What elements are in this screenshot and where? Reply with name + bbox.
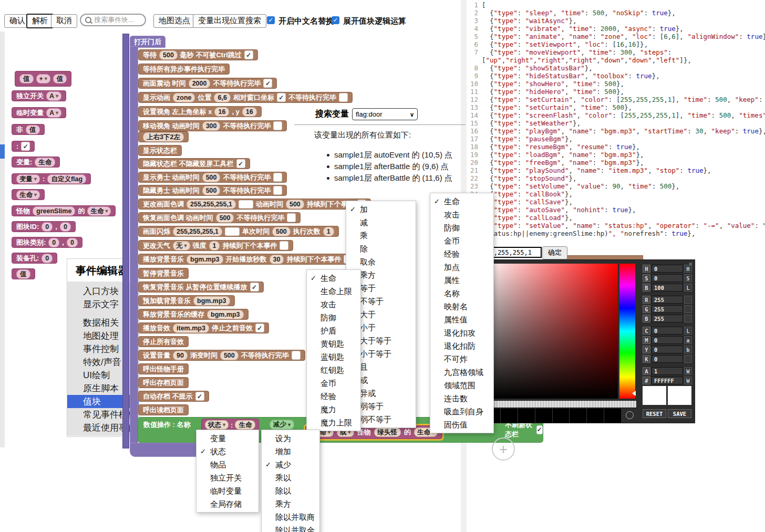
menu-item[interactable]: 吸血到自身	[430, 405, 493, 418]
block-dropdown[interactable]: 无	[173, 241, 190, 251]
swatch[interactable]	[587, 409, 604, 423]
event-block[interactable]: 释放背景音乐的缓存bgm.mp3	[138, 309, 249, 320]
block-field[interactable]: 生命	[35, 158, 55, 167]
block-field[interactable]: 值	[16, 269, 30, 279]
event-block[interactable]: 设置音量90渐变时间500不等待执行完毕	[138, 350, 305, 361]
block-field[interactable]: 值	[53, 74, 67, 84]
event-block[interactable]: 呼出读档页面	[138, 404, 189, 415]
block-field[interactable]: 90	[173, 351, 188, 360]
channel-input[interactable]: 0	[652, 265, 683, 273]
block-field[interactable]: 300	[202, 121, 221, 131]
menu-item[interactable]: 经验	[430, 247, 493, 260]
block-field[interactable]: 值	[26, 125, 40, 134]
parse-button[interactable]: 解析	[26, 14, 54, 28]
channel-toggle[interactable]: W	[684, 367, 692, 375]
menu-item[interactable]: 加点	[430, 260, 493, 274]
menu-item[interactable]: 红钥匙	[307, 363, 360, 377]
event-block[interactable]: 显示状态栏	[138, 145, 182, 156]
block-field[interactable]: 16	[242, 107, 257, 117]
block-checkbox[interactable]	[273, 173, 282, 182]
menu-item[interactable]: 连击数	[430, 392, 493, 405]
block-dropdown[interactable]: +	[36, 74, 50, 84]
block-dropdown[interactable]: A	[46, 91, 61, 101]
channel-toggle[interactable]	[684, 315, 692, 322]
save-button[interactable]: SAVE	[668, 409, 691, 418]
block-checkbox[interactable]	[244, 50, 253, 59]
block-field[interactable]: 500	[202, 186, 221, 195]
event-block[interactable]: 更改天气无强度1持续到下个本事件	[138, 240, 293, 251]
menu-item[interactable]: 乘	[346, 229, 416, 242]
value-block[interactable]: 图块类别:0,0	[12, 237, 82, 248]
close-icon[interactable]	[688, 260, 692, 268]
block-field[interactable]: 2000	[189, 79, 211, 88]
event-block[interactable]: 恢复背景音乐 从暂停位置继续播放	[138, 281, 264, 293]
channel-input[interactable]: 0	[652, 355, 683, 363]
menu-item[interactable]: 魔力	[307, 403, 360, 416]
block-checkbox[interactable]	[255, 324, 264, 332]
value-block[interactable]: 临时变量A	[12, 107, 66, 118]
block-field[interactable]: 0	[60, 222, 71, 232]
block-checkbox[interactable]	[277, 93, 286, 102]
block-field[interactable]: 16	[214, 107, 229, 117]
menu-item[interactable]: 除以	[262, 484, 319, 497]
channel-toggle[interactable]: a	[684, 336, 692, 344]
channel-input[interactable]: 0	[652, 327, 683, 335]
value-block[interactable]: 变量:自定义flag	[12, 173, 91, 184]
alpha-strip[interactable]	[483, 400, 637, 408]
menu-item[interactable]: 攻击	[430, 208, 493, 221]
block-field[interactable]: 自定义flag	[47, 174, 86, 184]
block-field[interactable]: 1	[209, 241, 220, 251]
block-checkbox[interactable]	[292, 351, 301, 360]
left-scrollbar-track[interactable]	[0, 32, 5, 447]
menu-item[interactable]: 属性	[430, 274, 493, 287]
block-field[interactable]: 255,255,255,1	[187, 200, 236, 209]
menu-item[interactable]: 除	[346, 242, 416, 255]
block-field[interactable]: 0	[67, 238, 78, 247]
event-block[interactable]: 隐藏勇士 动画时间500不等待执行完毕	[138, 185, 287, 196]
channel-toggle[interactable]: b	[684, 346, 692, 353]
swatch[interactable]	[604, 409, 621, 423]
container-block-spine[interactable]	[130, 46, 138, 444]
saturation-gradient[interactable]	[483, 264, 618, 399]
monster-field[interactable]: 绿头怪	[374, 427, 401, 437]
channel-toggle[interactable]: L	[684, 284, 692, 291]
left-scrollbar-thumb[interactable]	[0, 144, 5, 159]
value-block[interactable]: 装备孔:0	[12, 253, 57, 264]
chinese-name-checkbox[interactable]	[267, 16, 275, 24]
menu-item[interactable]: 金币	[430, 234, 493, 247]
event-block[interactable]: 画面闪烁255,255,255,1单次时间500执行次数1	[138, 226, 339, 237]
code-editor[interactable]: 1[2 {"type": "sleep", "time": 500, "noSk…	[467, 1, 765, 245]
block-field[interactable]: zone	[173, 93, 195, 102]
value-block[interactable]: 独立开关A	[12, 90, 66, 101]
event-block[interactable]: 画面震动 时间2000不等待执行完毕	[138, 78, 277, 89]
menu-item[interactable]: 除以并取余	[262, 524, 319, 532]
menu-item[interactable]: 乘方	[262, 497, 319, 510]
swatch[interactable]	[535, 409, 552, 423]
menu-item[interactable]: 减少	[262, 458, 319, 471]
channel-input[interactable]: 1	[652, 367, 683, 375]
type-dropdown[interactable]: 状态	[205, 420, 229, 430]
channel-input[interactable]: 255	[652, 315, 683, 322]
color-swatch[interactable]	[225, 227, 240, 236]
event-block[interactable]: 恢复画面色调 动画时间500不等待执行完毕	[138, 212, 301, 223]
menu-item[interactable]: 九宫格领域	[430, 366, 493, 379]
channel-input[interactable]: FFFFFF	[652, 377, 683, 384]
menu-item[interactable]: 临时变量	[197, 484, 259, 497]
block-checkbox[interactable]	[263, 79, 272, 88]
block-field[interactable]: 6,6	[214, 93, 230, 102]
block-field[interactable]: bgm.mp3	[193, 296, 230, 306]
menu-item[interactable]: 不可炸	[430, 352, 493, 366]
menu-item[interactable]: 状态	[197, 445, 259, 458]
block-field[interactable]: 0	[48, 238, 59, 247]
block-field[interactable]: 值	[19, 74, 34, 84]
map-pick-button[interactable]: 地图选点	[153, 14, 195, 28]
block-field[interactable]: 500	[202, 173, 221, 182]
swatch[interactable]	[570, 409, 586, 423]
block-checkbox[interactable]	[280, 241, 288, 250]
event-block[interactable]: 更改画面色调255,255,255,1动画时间500持续到下个事件	[138, 199, 371, 210]
block-field[interactable]: 255,255,255,1	[173, 227, 222, 236]
channel-input[interactable]: 0	[652, 336, 683, 344]
value-block[interactable]: 变量:生命	[12, 157, 60, 168]
event-block[interactable]: 隐藏状态栏 不隐藏竖屏工具栏	[138, 158, 250, 169]
menu-item[interactable]: 增加	[262, 445, 319, 458]
